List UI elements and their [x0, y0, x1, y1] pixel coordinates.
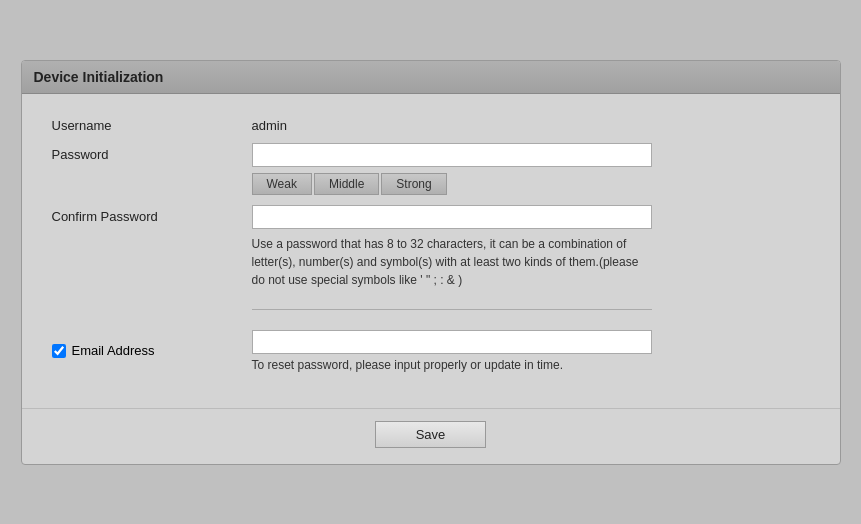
email-label-group: Email Address [52, 343, 252, 358]
confirm-password-row: Confirm Password Use a password that has… [52, 205, 810, 289]
device-initialization-dialog: Device Initialization Username admin Pas… [21, 60, 841, 465]
email-label: Email Address [72, 343, 155, 358]
dialog-title: Device Initialization [34, 69, 164, 85]
email-input[interactable] [252, 330, 652, 354]
weak-button[interactable]: Weak [252, 173, 312, 195]
email-content: To reset password, please input properly… [252, 330, 810, 372]
password-hint: Use a password that has 8 to 32 characte… [252, 235, 652, 289]
password-row: Password Weak Middle Strong [52, 143, 810, 195]
confirm-password-label: Confirm Password [52, 205, 252, 224]
email-row: Email Address To reset password, please … [52, 330, 810, 372]
dialog-footer: Save [22, 408, 840, 464]
username-row: Username admin [52, 114, 810, 133]
email-hint: To reset password, please input properly… [252, 358, 652, 372]
password-content: Weak Middle Strong [252, 143, 810, 195]
username-label: Username [52, 114, 252, 133]
email-checkbox[interactable] [52, 344, 66, 358]
username-value: admin [252, 114, 810, 133]
password-input[interactable] [252, 143, 652, 167]
confirm-password-input[interactable] [252, 205, 652, 229]
strong-button[interactable]: Strong [381, 173, 446, 195]
strength-buttons: Weak Middle Strong [252, 173, 810, 195]
save-button[interactable]: Save [375, 421, 487, 448]
middle-button[interactable]: Middle [314, 173, 379, 195]
password-label: Password [52, 143, 252, 162]
section-divider [252, 309, 652, 310]
confirm-password-content: Use a password that has 8 to 32 characte… [252, 205, 810, 289]
dialog-title-bar: Device Initialization [22, 61, 840, 94]
dialog-body: Username admin Password Weak Middle Stro… [22, 94, 840, 398]
